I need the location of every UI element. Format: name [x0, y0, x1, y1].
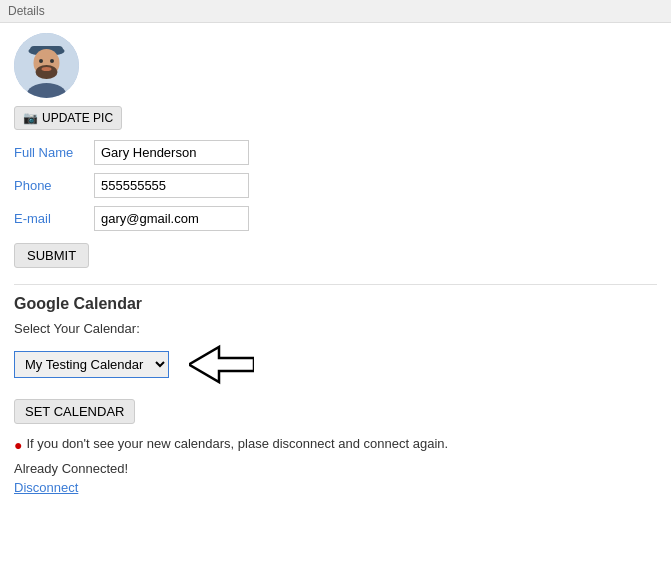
update-pic-label: UPDATE PIC: [42, 111, 113, 125]
phone-label: Phone: [14, 178, 94, 193]
email-input[interactable]: [94, 206, 249, 231]
camera-icon: 📷: [23, 111, 38, 125]
warning-text: If you don't see your new calendars, pla…: [26, 436, 448, 451]
calendar-row: My Testing Calendar Other Calendar: [14, 342, 657, 387]
update-pic-button[interactable]: 📷 UPDATE PIC: [14, 106, 122, 130]
phone-input[interactable]: [94, 173, 249, 198]
connected-status: Already Connected!: [14, 461, 657, 476]
phone-row: Phone: [14, 173, 657, 198]
full-name-label: Full Name: [14, 145, 94, 160]
email-row: E-mail: [14, 206, 657, 231]
email-label: E-mail: [14, 211, 94, 226]
set-calendar-button[interactable]: SET CALENDAR: [14, 399, 135, 424]
svg-point-7: [42, 67, 52, 71]
calendar-select[interactable]: My Testing Calendar Other Calendar: [14, 351, 169, 378]
google-calendar-section: Google Calendar Select Your Calendar: My…: [14, 295, 657, 495]
warning-row: ● If you don't see your new calendars, p…: [14, 436, 657, 453]
svg-point-4: [39, 59, 43, 63]
profile-form: Full Name Phone E-mail SUBMIT: [14, 140, 657, 268]
warning-icon: ●: [14, 437, 22, 453]
avatar-section: 📷 UPDATE PIC: [14, 33, 657, 130]
disconnect-link[interactable]: Disconnect: [14, 480, 78, 495]
main-content: 📷 UPDATE PIC Full Name Phone E-mail SUBM…: [0, 23, 671, 505]
full-name-row: Full Name: [14, 140, 657, 165]
svg-marker-9: [189, 347, 254, 382]
submit-button[interactable]: SUBMIT: [14, 243, 89, 268]
select-calendar-label: Select Your Calendar:: [14, 321, 657, 336]
avatar: [14, 33, 79, 98]
top-bar-label: Details: [8, 4, 45, 18]
full-name-input[interactable]: [94, 140, 249, 165]
top-bar: Details: [0, 0, 671, 23]
section-title: Google Calendar: [14, 295, 657, 313]
left-arrow-icon: [189, 342, 254, 387]
svg-point-5: [50, 59, 54, 63]
section-divider: [14, 284, 657, 285]
